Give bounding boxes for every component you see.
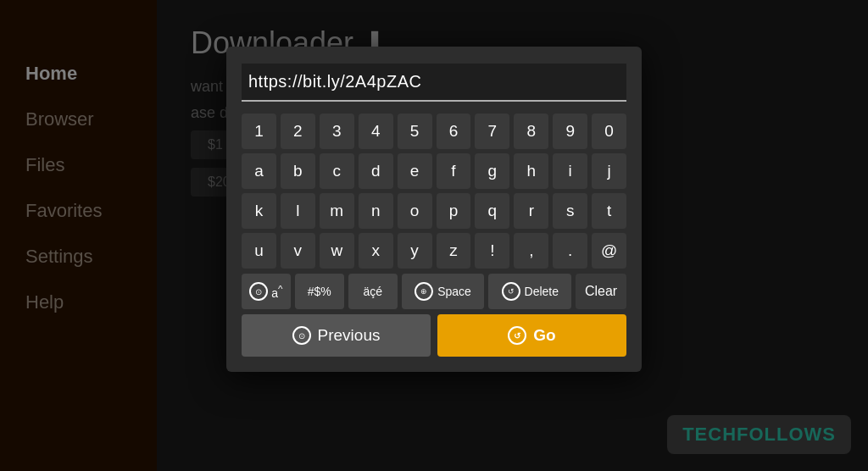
key-delete[interactable]: ↺ Delete bbox=[488, 274, 571, 309]
space-icon: ⊕ bbox=[415, 282, 433, 301]
key-i[interactable]: i bbox=[553, 153, 587, 189]
key-8[interactable]: 8 bbox=[514, 114, 548, 149]
keyboard-dialog: https://bit.ly/2A4pZAC 1 2 3 4 5 6 7 8 9… bbox=[226, 47, 642, 372]
key-row-kt: k l m n o p q r s t bbox=[242, 193, 626, 229]
key-z[interactable]: z bbox=[437, 233, 471, 269]
special-keys-row: ⊙ a^ #$% äçé ⊕ Space ↺ Delete Clear bbox=[242, 274, 626, 309]
url-input[interactable]: https://bit.ly/2A4pZAC bbox=[242, 64, 626, 102]
key-0[interactable]: 0 bbox=[592, 114, 626, 149]
key-a[interactable]: a bbox=[242, 153, 276, 189]
dialog-overlay: https://bit.ly/2A4pZAC 1 2 3 4 5 6 7 8 9… bbox=[0, 0, 868, 471]
key-u[interactable]: u bbox=[242, 233, 276, 269]
key-y[interactable]: y bbox=[398, 233, 432, 269]
key-period[interactable]: . bbox=[553, 233, 587, 269]
key-accents[interactable]: äçé bbox=[348, 274, 398, 309]
key-w[interactable]: w bbox=[320, 233, 354, 269]
key-4[interactable]: 4 bbox=[359, 114, 393, 149]
key-at[interactable]: @ bbox=[592, 233, 626, 269]
key-o[interactable]: o bbox=[398, 193, 432, 229]
key-clear[interactable]: Clear bbox=[576, 274, 626, 309]
key-q[interactable]: q bbox=[475, 193, 509, 229]
key-3[interactable]: 3 bbox=[320, 114, 354, 149]
key-c[interactable]: c bbox=[320, 153, 354, 189]
go-button[interactable]: ↺ Go bbox=[437, 314, 626, 357]
key-comma[interactable]: , bbox=[514, 233, 548, 269]
key-space[interactable]: ⊕ Space bbox=[402, 274, 485, 309]
key-j[interactable]: j bbox=[592, 153, 626, 189]
key-9[interactable]: 9 bbox=[553, 114, 587, 149]
key-d[interactable]: d bbox=[359, 153, 393, 189]
space-label: Space bbox=[437, 285, 471, 298]
previous-label: Previous bbox=[318, 326, 381, 345]
key-x[interactable]: x bbox=[359, 233, 393, 269]
key-7[interactable]: 7 bbox=[475, 114, 509, 149]
key-case[interactable]: ⊙ a^ bbox=[242, 274, 291, 309]
key-row-numbers: 1 2 3 4 5 6 7 8 9 0 bbox=[242, 114, 626, 149]
key-row-aj: a b c d e f g h i j bbox=[242, 153, 626, 189]
key-row-uat: u v w x y z ! , . @ bbox=[242, 233, 626, 269]
key-1[interactable]: 1 bbox=[242, 114, 276, 149]
key-exclaim[interactable]: ! bbox=[475, 233, 509, 269]
key-m[interactable]: m bbox=[320, 193, 354, 229]
key-e[interactable]: e bbox=[398, 153, 432, 189]
key-v[interactable]: v bbox=[281, 233, 315, 269]
delete-label: Delete bbox=[525, 285, 559, 298]
bottom-buttons-row: ⊙ Previous ↺ Go bbox=[242, 314, 626, 357]
key-l[interactable]: l bbox=[281, 193, 315, 229]
case-icon: ⊙ bbox=[249, 282, 268, 301]
delete-icon: ↺ bbox=[502, 282, 520, 301]
key-t[interactable]: t bbox=[592, 193, 626, 229]
key-6[interactable]: 6 bbox=[437, 114, 471, 149]
previous-button[interactable]: ⊙ Previous bbox=[242, 314, 431, 357]
key-r[interactable]: r bbox=[514, 193, 548, 229]
key-p[interactable]: p bbox=[437, 193, 471, 229]
go-label: Go bbox=[533, 326, 555, 345]
go-icon: ↺ bbox=[508, 326, 526, 345]
previous-icon: ⊙ bbox=[292, 326, 311, 345]
key-b[interactable]: b bbox=[281, 153, 315, 189]
key-g[interactable]: g bbox=[475, 153, 509, 189]
key-s[interactable]: s bbox=[553, 193, 587, 229]
key-2[interactable]: 2 bbox=[281, 114, 315, 149]
key-symbols[interactable]: #$% bbox=[295, 274, 344, 309]
key-k[interactable]: k bbox=[242, 193, 276, 229]
key-f[interactable]: f bbox=[437, 153, 471, 189]
case-label: a^ bbox=[271, 283, 282, 300]
key-n[interactable]: n bbox=[359, 193, 393, 229]
keyboard-grid: 1 2 3 4 5 6 7 8 9 0 a b c d e f g h bbox=[242, 114, 626, 269]
key-h[interactable]: h bbox=[514, 153, 548, 189]
key-5[interactable]: 5 bbox=[398, 114, 432, 149]
